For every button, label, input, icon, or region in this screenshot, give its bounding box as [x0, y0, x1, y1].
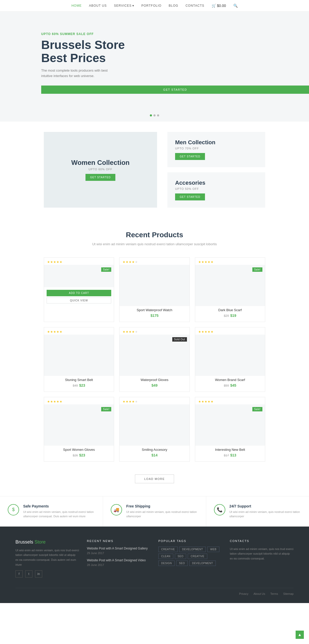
star-icon: ★ — [123, 330, 125, 334]
product-price-original: $59 — [224, 384, 229, 387]
product-price-area: $59$45 — [198, 383, 262, 387]
star-icon: ★ — [204, 260, 207, 264]
add-to-cart-button[interactable]: ADD TO CART — [47, 290, 111, 296]
product-image: Sold Out — [119, 335, 189, 376]
men-cta-button[interactable]: GET STARTED — [175, 153, 205, 160]
nav-portfolio[interactable]: PORTFOLIO — [141, 4, 161, 7]
nav-contacts[interactable]: CONTACTS — [185, 4, 204, 7]
star-icon: ★ — [47, 260, 50, 264]
hero-sale-text: UPTO 60% SUMMER SALE OFF — [41, 32, 309, 36]
search-icon[interactable]: 🔍 — [233, 4, 238, 8]
product-price: $23 — [79, 383, 85, 387]
product-card: ★★★★★ Sport Waterproof Watch $175 — [119, 257, 190, 322]
hero-sale-prefix: UPTO — [41, 32, 52, 36]
quick-view-button[interactable]: QUICK VIEW — [47, 298, 111, 303]
footer-tag[interactable]: SEO — [176, 561, 188, 566]
product-image — [119, 265, 189, 306]
women-collection: Women Collection UPTO 60% OFF GET STARTE… — [44, 132, 157, 208]
star-icon: ★ — [201, 330, 204, 334]
cart-icon-area[interactable]: 🛒 $0.00 — [212, 4, 226, 8]
footer-brand-text: Ut wisi enim ad minim veniam, quis nos t… — [15, 548, 79, 567]
product-stars: ★★★★★ — [119, 327, 189, 335]
social-icon-f[interactable]: f — [15, 570, 23, 578]
women-col-off: UPTO 60% OFF — [89, 168, 112, 171]
star-icon: ★ — [59, 260, 62, 264]
feature-desc: Ut wisi enim ad minim veniam, quis nostr… — [23, 510, 95, 519]
product-image: Sale! ADD TO CART QUICK VIEW — [44, 265, 114, 306]
product-stars: ★★★★★ — [195, 397, 265, 404]
product-price-original: $49 — [73, 384, 78, 387]
feature-text: Free Shipping Ut wisi enim ad minim veni… — [126, 504, 198, 519]
star-icon: ★ — [59, 400, 62, 403]
product-price: $19 — [230, 313, 236, 318]
load-more-button[interactable]: LOAD MORE — [135, 474, 174, 483]
footer-tag[interactable]: DEVELOPMENT — [189, 561, 216, 566]
star-icon: ★ — [50, 330, 53, 334]
product-info: Waterproof Gloves $49 — [119, 376, 189, 392]
social-icon-t[interactable]: t — [25, 570, 32, 578]
sale-badge: Sale! — [252, 267, 262, 272]
hero-cta-button[interactable]: GET STARTED — [41, 86, 309, 94]
product-image: Sale! — [195, 265, 265, 306]
star-icon: ★ — [47, 330, 50, 334]
product-stars: ★★★★★ — [44, 258, 114, 265]
product-price-area: $14 — [123, 453, 186, 457]
footer-bottom-about-us[interactable]: About Us — [253, 592, 265, 595]
footer-grid: Brussels Store Ut wisi enim ad minim ven… — [15, 539, 294, 578]
cart-total: $0.00 — [217, 4, 226, 8]
star-icon: ★ — [201, 400, 204, 403]
product-name: Stuning Smart Belt — [47, 378, 111, 382]
feature-item: $ Safe Payments Ut wisi enim ad minim ve… — [0, 496, 103, 527]
star-icon: ★ — [126, 330, 128, 334]
product-image — [119, 404, 189, 446]
star-icon: ★ — [211, 400, 213, 403]
product-price-original: $29 — [224, 314, 229, 318]
men-collection: Men Collection UPTO 70% OFF GET STARTED — [167, 132, 265, 168]
nav-links: HOME ABOUT US SERVICES▾ PORTFOLIO BLOG C… — [71, 4, 237, 8]
product-card: ★★★★★ Smiling Accesory $14 — [119, 397, 190, 462]
star-icon: ★ — [129, 330, 132, 334]
footer-bottom-terms[interactable]: Terms — [270, 592, 278, 595]
footer-tag[interactable]: CREATIVE — [188, 554, 207, 559]
star-icon: ★ — [50, 260, 53, 264]
sale-badge: Sale! — [101, 267, 111, 272]
section-title: Recent Products — [5, 231, 304, 239]
star-icon: ★ — [211, 330, 213, 334]
product-info: Stuning Smart Belt $49$23 — [44, 376, 114, 392]
product-card: ★★★★★ Sale! Sport Women Gloves $26$23 — [44, 397, 114, 462]
nav-home[interactable]: HOME — [71, 4, 82, 7]
product-info: Smiling Accesory $14 — [119, 446, 189, 461]
product-image: Sale! — [44, 404, 114, 446]
hero-title: Brussels Store Best Prices — [41, 38, 309, 64]
product-price-area: $29$19 — [198, 313, 262, 318]
footer-news-link[interactable]: Website Post with A Smart Designed Galle… — [87, 547, 151, 550]
dot-1[interactable] — [150, 114, 152, 116]
footer-tag[interactable]: WEB — [207, 547, 219, 552]
nav-blog[interactable]: BLOG — [169, 4, 178, 7]
footer-tag[interactable]: SEO — [175, 554, 186, 559]
nav-about[interactable]: ABOUT US — [89, 4, 107, 7]
product-price: $49 — [151, 383, 157, 387]
footer-tag[interactable]: CREATIVE — [158, 547, 178, 552]
social-icon-in[interactable]: in — [35, 570, 42, 578]
footer-tag[interactable]: DEVELOPMENT — [179, 547, 206, 552]
dot-3[interactable] — [157, 114, 159, 116]
section-subtitle: Ut wisi enim ad minim veniam quis nostru… — [5, 242, 304, 247]
load-more-area: LOAD MORE — [0, 469, 309, 496]
footer-tags: CREATIVEDEVELOPMENTWEBCLEANSEOCREATIVEDE… — [158, 547, 222, 566]
dot-2[interactable] — [153, 114, 156, 116]
product-price-area: $26$23 — [47, 453, 111, 457]
footer-news-link[interactable]: Website Post with A Smart Designed Video — [87, 558, 151, 562]
footer-tag[interactable]: DESIGN — [158, 561, 175, 566]
footer-bottom: PrivacyAbout UsTermsSitemap — [15, 588, 294, 595]
footer-bottom-privacy[interactable]: Privacy — [239, 592, 248, 595]
product-info: Interesting New Belt $17$13 — [195, 446, 265, 461]
product-price: $45 — [230, 383, 236, 387]
acc-cta-button[interactable]: GET STARTED — [175, 193, 205, 200]
footer-bottom-sitemap[interactable]: Sitemap — [283, 592, 294, 595]
footer-tag[interactable]: CLEAN — [158, 554, 173, 559]
star-icon: ★ — [198, 330, 201, 334]
star-icon: ★ — [208, 330, 210, 334]
nav-services[interactable]: SERVICES▾ — [114, 4, 134, 7]
women-cta-button[interactable]: GET STARTED — [85, 174, 115, 181]
